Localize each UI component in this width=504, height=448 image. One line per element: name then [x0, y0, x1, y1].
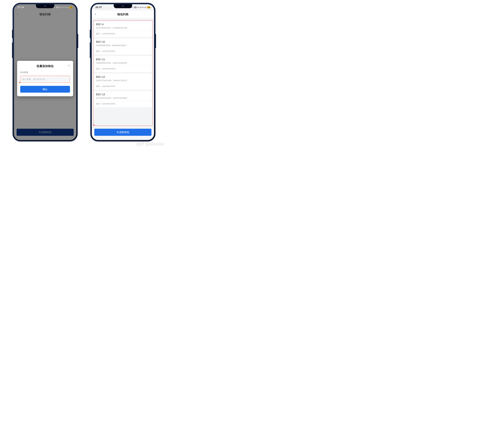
back-button[interactable] — [17, 13, 18, 16]
side-button — [12, 30, 13, 38]
hd-icon: HD — [56, 6, 59, 8]
side-button — [12, 42, 13, 58]
batch-add-modal: 批量添加钱包 ✕ 钱包数量 ➤ 确认 — [17, 61, 73, 96]
wallet-address: 0x498f6fdF3a36…6b8eB69136a1f — [96, 44, 150, 47]
generate-wallet-label: 生成新钱包 — [117, 130, 129, 134]
notch — [36, 4, 54, 8]
side-button — [90, 30, 90, 38]
back-button[interactable] — [94, 13, 96, 16]
nav-header: 钱包列表 — [14, 10, 76, 18]
wallet-name: BSC-4 — [96, 23, 150, 26]
wallet-name: BSC-11 — [96, 58, 150, 61]
wallet-name: BSC-13 — [96, 93, 150, 96]
phone-right: 20:37 HD ⁴ᴳ ₊₊ıl ⁴ᴳ ₊₊ıl — [90, 3, 155, 142]
wallet-list[interactable]: BSC-40x1975E4181D3…F028d02407c8A路径：m/44'… — [94, 21, 152, 125]
battery-icon: 78 — [147, 6, 151, 8]
notch — [114, 4, 132, 8]
status-time: 21:54 — [18, 6, 24, 9]
wallet-card[interactable]: BSC-100x498f6fdF3a36…6b8eB69136a1f路径：m/4… — [94, 38, 152, 54]
count-label: 钱包数量 — [20, 71, 70, 74]
wallet-path: 路径：m/44'/60'/0'/0/1 — [94, 31, 152, 37]
wallet-address: 0x56cB30D32De…9eDC2cA4Bc95 — [96, 62, 150, 64]
signal-icon-2: ⁴ᴳ ₊₊ıl — [65, 7, 68, 8]
nav-header: 钱包列表 — [92, 10, 154, 18]
wallet-path: 路径：m/44'/60'/0'/0/4 — [94, 83, 152, 90]
side-button — [155, 34, 156, 48]
confirm-button[interactable]: 确认 — [20, 86, 70, 93]
page-title: 钱包列表 — [117, 12, 128, 16]
side-button — [78, 34, 78, 48]
highlight-box: ➤ — [20, 76, 70, 83]
wallet-card[interactable]: BSC-130xcCfD01DAD85…eEcfcF3c923BC路径：m/44… — [94, 91, 152, 107]
modal-title: 批量添加钱包 — [37, 65, 54, 68]
wallet-card[interactable]: BSC-40x1975E4181D3…F028d02407c8A路径：m/44'… — [94, 21, 152, 37]
hd-icon: HD — [134, 6, 137, 8]
signal-icon-2: ⁴ᴳ ₊₊ıl — [142, 7, 146, 8]
status-time: 20:37 — [95, 6, 102, 9]
wallet-address: 0xB1C57e3CAd0…054eFd718CD1 — [96, 79, 150, 82]
wallet-path: 路径：m/44'/60'/0'/0/2 — [94, 48, 152, 54]
page-title: 钱包列表 — [39, 12, 51, 16]
wallet-name: BSC-10 — [96, 40, 150, 43]
wallet-path: 路径：m/44'/60'/0'/0/3 — [94, 66, 152, 72]
side-button — [90, 42, 90, 58]
signal-icon-1: ⁴ᴳ ₊₊ıl — [60, 7, 64, 8]
wallet-count-input[interactable] — [21, 76, 70, 82]
wallet-card[interactable]: BSC-110x56cB30D32De…9eDC2cA4Bc95路径：m/44'… — [94, 56, 152, 72]
phone-left: 21:54 HD ⁴ᴳ ₊₊ıl ⁴ᴳ ₊₊ıl — [13, 3, 78, 142]
wallet-address: 0xcCfD01DAD85…eEcfcF3c923BC — [96, 97, 150, 99]
battery-icon: 71 — [69, 6, 73, 8]
wallet-path: 路径：m/44'/60'/0'/0/5 — [94, 101, 152, 107]
close-icon[interactable]: ✕ — [68, 64, 70, 67]
generate-wallet-button[interactable]: 生成新钱包 — [94, 129, 151, 136]
watermark: 知乎 @Web3er — [136, 142, 165, 147]
wallet-address: 0x1975E4181D3…F028d02407c8A — [96, 27, 150, 29]
highlight-box: BSC-40x1975E4181D3…F028d02407c8A路径：m/44'… — [93, 20, 153, 126]
wallet-name: BSC-12 — [96, 75, 150, 78]
wallet-card[interactable]: BSC-120xB1C57e3CAd0…054eFd718CD1路径：m/44'… — [94, 73, 152, 90]
signal-icon-1: ⁴ᴳ ₊₊ıl — [137, 7, 141, 8]
